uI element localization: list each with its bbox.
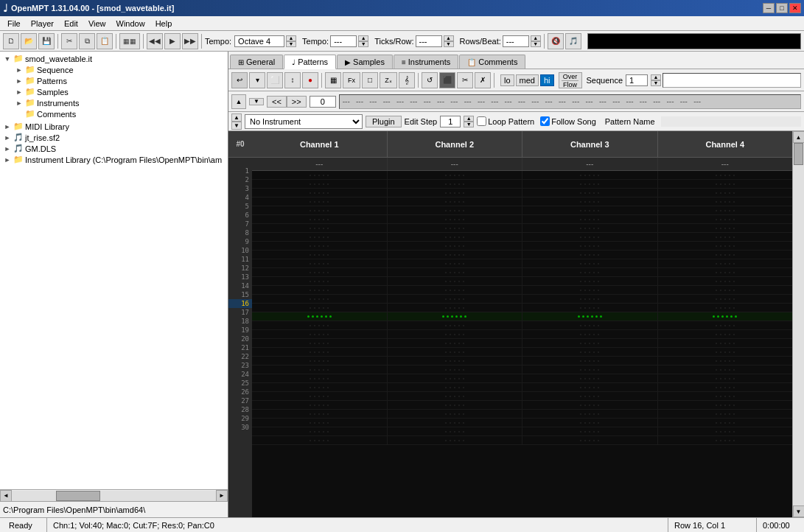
grid-cell-r11-c2[interactable] xyxy=(522,268,658,276)
grid-cell-r5-c1[interactable] xyxy=(388,215,523,223)
grid-cell-r12-c2[interactable] xyxy=(522,277,658,285)
edit-step-down[interactable]: ▼ xyxy=(464,122,474,127)
grid-cell-r2-c0[interactable] xyxy=(252,189,388,197)
grid-cell-r12-c1[interactable] xyxy=(388,277,523,285)
minimize-button[interactable]: ─ xyxy=(763,3,775,13)
tree-gm-dls[interactable]: ► 🎵 GM.DLS xyxy=(1,143,226,154)
grid-rows[interactable] xyxy=(252,171,792,517)
grid-cell-r4-c3[interactable] xyxy=(658,206,793,214)
grid-row-9[interactable] xyxy=(252,251,792,259)
grid-row-29[interactable] xyxy=(252,427,792,436)
grid-cell-r11-c1[interactable] xyxy=(388,268,523,276)
play-button[interactable]: ▶ xyxy=(164,33,181,49)
tempo-down[interactable]: ▼ xyxy=(358,41,368,47)
menu-view[interactable]: View xyxy=(84,18,111,29)
pattern-number[interactable] xyxy=(310,96,336,108)
ticks-up[interactable]: ▲ xyxy=(444,35,454,41)
grid-cell-r27-c2[interactable] xyxy=(522,410,658,418)
grid-cell-r14-c1[interactable] xyxy=(388,295,523,303)
grid-cell-r1-c1[interactable] xyxy=(388,180,523,188)
grid-row-12[interactable] xyxy=(252,277,792,286)
tab-instruments[interactable]: ≡ Instruments xyxy=(394,55,458,69)
inst-spin-down[interactable]: ▼ xyxy=(231,122,242,130)
loop-pattern-check[interactable]: Loop Pattern xyxy=(477,116,534,126)
grid-cell-r13-c1[interactable] xyxy=(388,286,523,294)
grid-cell-r8-c2[interactable] xyxy=(522,242,658,250)
tree-instruments[interactable]: ► 📁 Instruments xyxy=(13,97,226,108)
grid-row-14[interactable] xyxy=(252,295,792,304)
tree-inst-toggle[interactable]: ► xyxy=(1,156,13,164)
grid-cell-r10-c2[interactable] xyxy=(522,259,658,267)
grid-cell-r10-c0[interactable] xyxy=(252,259,388,267)
grid-cell-r7-c1[interactable] xyxy=(388,233,523,241)
grid-cell-r6-c0[interactable] xyxy=(252,224,388,232)
grid-cell-r12-c3[interactable] xyxy=(658,277,793,285)
pt-btn-cut[interactable]: ✂ xyxy=(457,72,473,88)
tree-sequence[interactable]: ► 📁 Sequence xyxy=(13,64,226,75)
grid-cell-r21-c3[interactable] xyxy=(658,357,793,365)
grid-cell-r13-c0[interactable] xyxy=(252,286,388,294)
sequence-input[interactable] xyxy=(626,74,648,86)
octave-input[interactable] xyxy=(234,35,284,47)
rows-down[interactable]: ▼ xyxy=(531,41,541,47)
grid-cell-r6-c3[interactable] xyxy=(658,224,793,232)
grid-cell-r21-c2[interactable] xyxy=(522,357,658,365)
rows-input[interactable] xyxy=(503,35,529,47)
tree-jt-rise[interactable]: ► 🎵 jt_rise.sf2 xyxy=(1,132,226,143)
grid-row-18[interactable] xyxy=(252,330,792,339)
grid-cell-r8-c1[interactable] xyxy=(388,242,523,250)
grid-cell-r15-c0[interactable] xyxy=(252,304,388,312)
tab-patterns[interactable]: ♩ Patterns xyxy=(284,55,336,69)
pr-spin-up[interactable]: ▲ xyxy=(231,94,246,109)
grid-cell-r5-c3[interactable] xyxy=(658,215,793,223)
tab-comments[interactable]: 📋 Comments xyxy=(459,55,525,69)
grid-cell-r2-c2[interactable] xyxy=(522,189,658,197)
open-button[interactable]: 📂 xyxy=(21,33,37,49)
grid-row-24[interactable] xyxy=(252,383,792,392)
pt-btn-4[interactable]: ▦ xyxy=(325,72,341,88)
menu-edit[interactable]: Edit xyxy=(60,18,83,29)
grid-cell-r2-c3[interactable] xyxy=(658,189,793,197)
grid-cell-r28-c0[interactable] xyxy=(252,419,388,427)
grid-cell-r17-c3[interactable] xyxy=(658,321,793,329)
grid-cell-r14-c2[interactable] xyxy=(522,295,658,303)
tree-root[interactable]: ▼ 📁 smod_wavetable.it xyxy=(1,53,226,64)
tab-samples[interactable]: ▶ Samples xyxy=(337,55,393,69)
grid-cell-r22-c1[interactable] xyxy=(388,365,523,374)
ticks-input[interactable] xyxy=(416,35,442,47)
grid-cell-r30-c1[interactable] xyxy=(388,436,523,444)
grid-cell-r12-c0[interactable] xyxy=(252,277,388,285)
grid-cell-r8-c0[interactable] xyxy=(252,242,388,250)
grid-row-5[interactable] xyxy=(252,215,792,224)
grid-row-16[interactable] xyxy=(252,312,792,321)
grid-cell-r28-c2[interactable] xyxy=(522,419,658,427)
grid-row-3[interactable] xyxy=(252,197,792,206)
grid-cell-r14-c0[interactable] xyxy=(252,295,388,303)
grid-cell-r18-c2[interactable] xyxy=(522,330,658,338)
grid-row-17[interactable] xyxy=(252,321,792,330)
grid-cell-r2-c1[interactable] xyxy=(388,189,523,197)
tree-hscrollbar[interactable]: ◄ ► xyxy=(0,489,228,501)
grid-cell-r3-c2[interactable] xyxy=(522,197,658,206)
grid-cell-r10-c3[interactable] xyxy=(658,259,793,267)
midi-button[interactable]: 🎵 xyxy=(565,33,581,49)
pt-btn-zx[interactable]: Zₓ xyxy=(380,72,397,88)
grid-row-20[interactable] xyxy=(252,348,792,357)
grid-row-30[interactable] xyxy=(252,436,792,445)
grid-cell-r11-c0[interactable] xyxy=(252,268,388,276)
seq-up[interactable]: ▲ xyxy=(651,74,661,80)
grid-cell-r29-c3[interactable] xyxy=(658,427,793,435)
grid-cell-r16-c1[interactable] xyxy=(388,312,523,321)
grid-cell-r4-c1[interactable] xyxy=(388,206,523,214)
file-tree[interactable]: ▼ 📁 smod_wavetable.it ► 📁 Sequence ► 📁 P… xyxy=(0,52,228,489)
tree-instruments-toggle[interactable]: ► xyxy=(13,99,25,107)
grid-row-15[interactable] xyxy=(252,304,792,312)
grid-cell-r8-c3[interactable] xyxy=(658,242,793,250)
grid-cell-r16-c3[interactable] xyxy=(658,312,793,321)
grid-cell-r29-c0[interactable] xyxy=(252,427,388,435)
grid-cell-r25-c0[interactable] xyxy=(252,392,388,400)
grid-cell-r3-c1[interactable] xyxy=(388,197,523,206)
grid-cell-r0-c1[interactable] xyxy=(388,171,523,179)
tempo-input[interactable] xyxy=(330,35,357,47)
grid-cell-r27-c1[interactable] xyxy=(388,410,523,418)
